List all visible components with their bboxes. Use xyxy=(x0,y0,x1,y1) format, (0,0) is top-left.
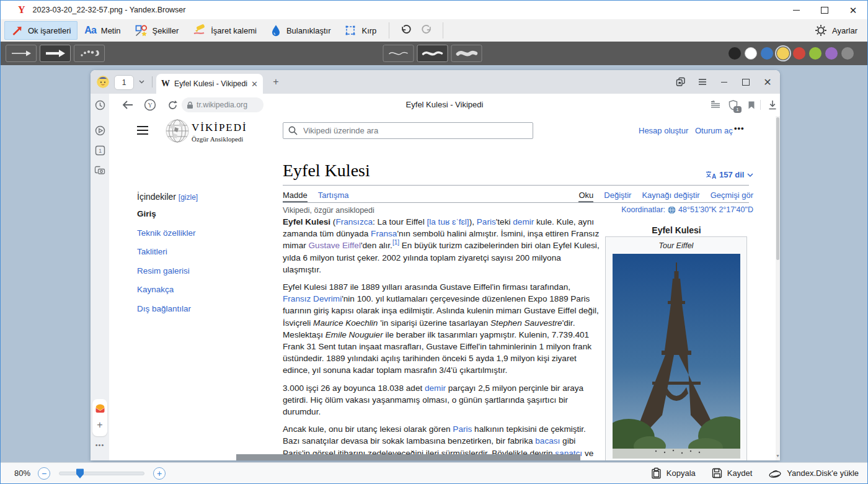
reference-link[interactable]: [1] xyxy=(392,240,399,246)
zoom-slider[interactable] xyxy=(59,472,144,475)
arrow-style-thin-button[interactable] xyxy=(6,45,37,62)
user-menu-dots[interactable]: ••• xyxy=(734,123,745,133)
marker-icon xyxy=(192,24,206,37)
editor-toolbar: Ok işaretleri Aa Metin Şekiller İşaret k… xyxy=(1,19,867,42)
create-account-link[interactable]: Hesap oluştur xyxy=(639,126,688,135)
wiki-tab[interactable]: Geçmişi gör xyxy=(711,190,753,202)
new-tab-button[interactable]: + xyxy=(270,76,281,87)
stroke-thick-button[interactable] xyxy=(451,45,482,62)
bookmark-icon[interactable] xyxy=(745,99,758,111)
minimize-button[interactable] xyxy=(782,1,810,19)
browser-tab[interactable]: W Eyfel Kulesi - Vikipedi ✕ xyxy=(156,74,263,94)
color-swatch[interactable] xyxy=(841,47,854,60)
color-swatch[interactable] xyxy=(793,47,805,60)
tab-close-icon[interactable]: ✕ xyxy=(251,79,258,89)
inner-minimize-button[interactable] xyxy=(718,76,730,88)
save-button[interactable]: Kaydet xyxy=(712,468,752,478)
protect-shield-icon[interactable]: 1 xyxy=(727,99,739,111)
arrows-tool-button[interactable]: Ok işaretleri xyxy=(4,21,78,40)
coordinates-link[interactable]: Koordinatlar: xyxy=(621,205,665,214)
article-link[interactable]: Gustave Eiffel xyxy=(309,241,361,250)
crop-tool-button[interactable]: Kırp xyxy=(337,21,383,40)
wiki-menu-icon[interactable] xyxy=(137,126,148,137)
toc-item[interactable]: Giriş xyxy=(137,207,267,221)
history-clock-icon[interactable] xyxy=(94,99,106,111)
article-link[interactable]: demir xyxy=(513,217,534,226)
search-input[interactable] xyxy=(302,125,528,136)
color-swatch[interactable] xyxy=(761,47,773,60)
article-link[interactable]: demir xyxy=(425,383,446,393)
editor-canvas[interactable]: 1 W Eyfel Kulesi - Vikipedi ✕ + ✕ xyxy=(1,65,867,464)
wiki-search-box[interactable] xyxy=(283,122,533,139)
toc-item[interactable]: Dış bağlantılar xyxy=(137,302,267,316)
scrollbar-thumb[interactable] xyxy=(776,117,779,260)
yandex-mail-icon[interactable] xyxy=(94,403,106,415)
tab-list-chevron-icon[interactable] xyxy=(135,75,148,89)
zoom-slider-handle[interactable] xyxy=(76,468,84,479)
tabs-panel-icon[interactable]: 1 xyxy=(94,144,106,156)
copy-button[interactable]: Kopyala xyxy=(651,467,696,479)
page-scrollbar[interactable]: ▼ xyxy=(776,116,780,460)
wiki-tab[interactable]: Tartışma xyxy=(318,190,349,202)
table-of-contents: İçindekiler [gizle] GirişTeknik özellikl… xyxy=(137,192,267,316)
color-swatch[interactable] xyxy=(825,47,838,60)
screenshot-tool-icon[interactable] xyxy=(94,164,106,176)
sign-in-link[interactable]: Oturum aç xyxy=(695,126,733,135)
download-icon[interactable] xyxy=(766,99,779,111)
color-swatch[interactable] xyxy=(777,47,789,60)
wiki-tab[interactable]: Kaynağı değiştir xyxy=(642,190,699,202)
undo-button[interactable] xyxy=(395,21,416,40)
article-link[interactable]: Fransa xyxy=(371,229,397,238)
toc-item[interactable]: Teknik özellikler xyxy=(137,226,267,240)
browser-menu-icon[interactable] xyxy=(696,76,709,88)
sidebar-add-icon[interactable]: + xyxy=(94,419,106,431)
text-tool-button[interactable]: Aa Metin xyxy=(78,21,127,40)
arrow-style-thick-button[interactable] xyxy=(40,45,71,62)
coordinates-value[interactable]: 48°51'30"K 2°17'40"D xyxy=(678,205,753,214)
marker-tool-button[interactable]: İşaret kalemi xyxy=(185,21,264,40)
color-swatch[interactable] xyxy=(745,47,757,60)
arrow-style-dotted-button[interactable] xyxy=(74,45,105,62)
eiffel-tower-photo[interactable] xyxy=(613,254,740,459)
sidebar-more-icon[interactable]: ••• xyxy=(91,441,109,449)
zoom-in-button[interactable]: + xyxy=(153,467,166,480)
inner-close-button[interactable]: ✕ xyxy=(761,76,774,88)
tab-counter[interactable]: 1 xyxy=(114,75,134,90)
wiki-tab[interactable]: Oku xyxy=(578,190,593,202)
wikipedia-wordmark[interactable]: VİKİPEDİ Özgür Ansiklopedi xyxy=(192,122,247,143)
article-link[interactable]: Fransızca xyxy=(335,217,373,226)
screenshot-image[interactable]: 1 W Eyfel Kulesi - Vikipedi ✕ + ✕ xyxy=(91,70,780,460)
article-link[interactable]: [la tuʁ ɛˈfɛl] xyxy=(427,217,469,226)
wiki-tab[interactable]: Madde xyxy=(283,190,308,202)
blur-tool-button[interactable]: Bulanıklaştır xyxy=(264,21,338,40)
zoom-out-button[interactable]: − xyxy=(38,467,50,480)
redo-button[interactable] xyxy=(416,21,437,40)
video-play-icon[interactable] xyxy=(94,124,106,137)
upload-disk-button[interactable]: Yandex.Disk'e yükle xyxy=(768,468,859,478)
tab-panel-icon[interactable] xyxy=(675,76,687,88)
reader-mode-icon[interactable] xyxy=(709,99,722,111)
article-link[interactable]: Paris xyxy=(477,217,496,226)
article-link[interactable]: Fransız Devrimi xyxy=(283,294,342,303)
color-swatch[interactable] xyxy=(728,47,741,60)
toc-item[interactable]: Taklitleri xyxy=(137,245,267,259)
article-link[interactable]: Paris xyxy=(453,424,472,434)
settings-button[interactable]: Ayarlar xyxy=(815,24,867,37)
toc-hide-link[interactable]: [gizle] xyxy=(179,193,198,202)
scrollbar-down-arrow[interactable]: ▼ xyxy=(776,454,780,458)
language-selector[interactable]: A 157 dil xyxy=(706,170,753,179)
wikipedia-globe-logo[interactable] xyxy=(165,119,190,143)
wiki-tab[interactable]: Değiştir xyxy=(604,190,631,202)
profile-avatar[interactable] xyxy=(97,76,109,88)
close-button[interactable]: ✕ xyxy=(839,1,867,19)
maximize-button[interactable] xyxy=(810,1,839,19)
shapes-tool-button[interactable]: Şekiller xyxy=(128,21,186,40)
color-swatch[interactable] xyxy=(809,47,822,60)
article-title: Eyfel Kulesi xyxy=(283,161,370,181)
toc-item[interactable]: Resim galerisi xyxy=(137,264,267,278)
article-link[interactable]: bacası xyxy=(535,436,560,446)
toc-item[interactable]: Kaynakça xyxy=(137,283,267,297)
inner-maximize-button[interactable] xyxy=(740,76,752,88)
stroke-medium-button[interactable] xyxy=(417,45,448,62)
stroke-thin-button[interactable] xyxy=(383,45,414,62)
